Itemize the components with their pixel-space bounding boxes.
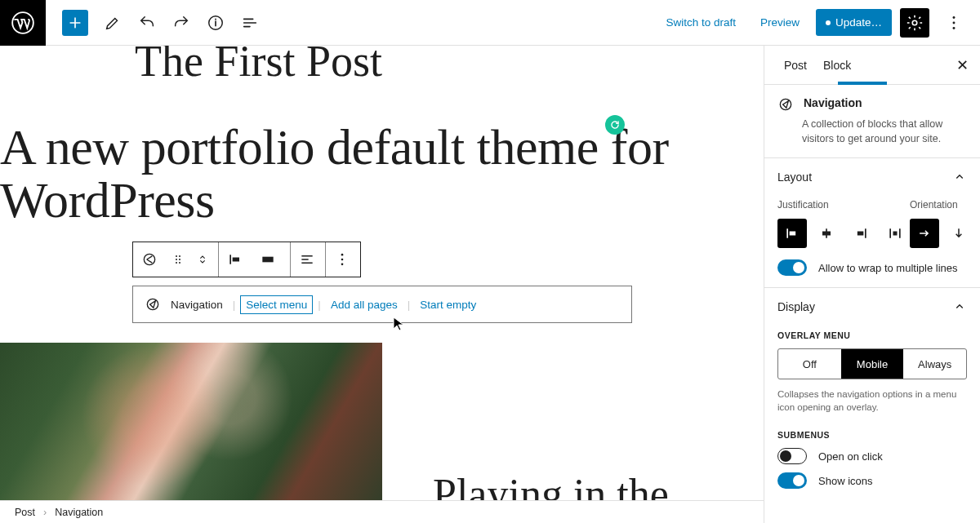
svg-rect-23	[893, 232, 898, 236]
display-panel-toggle[interactable]: Display	[777, 299, 967, 314]
svg-point-10	[179, 259, 180, 260]
grammarly-icon[interactable]	[605, 115, 625, 135]
preview-button[interactable]: Preview	[752, 10, 808, 35]
layout-panel-toggle[interactable]: Layout	[777, 170, 967, 184]
block-description: A collection of blocks that allow visito…	[777, 117, 967, 146]
chevron-up-icon	[952, 299, 967, 314]
svg-point-8	[179, 255, 180, 257]
svg-point-16	[341, 259, 344, 261]
update-button[interactable]: Update…	[816, 9, 892, 36]
overlay-help: Collapses the navigation options in a me…	[777, 388, 967, 414]
justify-button[interactable]	[291, 242, 323, 277]
drag-handle[interactable]	[166, 242, 190, 277]
justify-center-button[interactable]	[812, 219, 841, 248]
submenus-label: Submenus	[777, 430, 967, 440]
svg-rect-13	[233, 258, 239, 262]
nav-block-label: Navigation	[171, 299, 223, 311]
overlay-off-button[interactable]: Off	[778, 349, 841, 379]
open-on-click-toggle[interactable]	[777, 448, 807, 464]
svg-point-18	[147, 299, 158, 310]
details-button[interactable]	[199, 7, 232, 39]
block-type-button[interactable]	[133, 242, 166, 277]
justify-right-button[interactable]	[846, 219, 875, 248]
block-title: Navigation	[804, 96, 862, 113]
orientation-horizontal-button[interactable]	[910, 219, 939, 248]
width-button[interactable]	[252, 242, 284, 277]
compass-icon	[145, 296, 161, 312]
justification-label: Justification	[777, 199, 910, 211]
show-icons-label: Show icons	[818, 475, 872, 487]
svg-rect-21	[822, 232, 831, 236]
start-empty-button[interactable]: Start empty	[420, 299, 476, 311]
editor-canvas[interactable]: The First Post A new portfolio default t…	[0, 46, 764, 523]
svg-point-19	[780, 99, 791, 109]
svg-rect-14	[263, 257, 274, 263]
move-button[interactable]	[190, 242, 215, 277]
block-more-button[interactable]	[326, 242, 359, 277]
breadcrumb-item[interactable]: Navigation	[55, 507, 103, 518]
layout-panel: Layout Justification Orienta	[764, 158, 980, 288]
orientation-vertical-button[interactable]	[944, 219, 973, 248]
align-button[interactable]	[219, 242, 252, 277]
svg-point-11	[176, 262, 177, 264]
overlay-menu-label: Overlay Menu	[777, 330, 967, 340]
cursor-icon	[393, 317, 404, 331]
svg-point-7	[176, 255, 177, 257]
image-block[interactable]	[0, 343, 382, 523]
wrap-toggle[interactable]	[777, 259, 807, 276]
breadcrumb-item[interactable]: Post	[15, 507, 35, 518]
svg-rect-20	[790, 232, 796, 236]
switch-to-draft-button[interactable]: Switch to draft	[657, 10, 744, 35]
navigation-block[interactable]: Navigation | Select menu | Add all pages…	[132, 286, 632, 323]
chevron-right-icon: ›	[43, 507, 47, 518]
add-all-pages-button[interactable]: Add all pages	[331, 299, 398, 311]
justify-space-button[interactable]	[880, 219, 910, 248]
open-on-click-label: Open on click	[818, 450, 883, 463]
orientation-label: Orientation	[910, 199, 973, 211]
breadcrumb: Post › Navigation	[0, 500, 764, 523]
post-title[interactable]: The First Post	[0, 46, 764, 93]
wordpress-logo[interactable]	[0, 0, 46, 46]
wrap-label: Allow to wrap to multiple lines	[818, 262, 958, 274]
svg-point-3	[953, 16, 956, 19]
more-options-button[interactable]	[938, 7, 970, 39]
tab-post[interactable]: Post	[776, 47, 815, 83]
settings-button[interactable]	[900, 8, 929, 38]
svg-point-9	[176, 259, 177, 260]
overlay-menu-segment: Off Mobile Always	[777, 348, 967, 379]
svg-point-4	[953, 21, 956, 24]
compass-icon	[777, 96, 794, 113]
heading-block[interactable]: A new portfolio default theme for WordPr…	[0, 93, 764, 227]
unsaved-dot-icon	[826, 20, 831, 25]
close-sidebar-button[interactable]: ✕	[951, 51, 973, 79]
chevron-up-icon	[952, 170, 967, 184]
svg-rect-22	[858, 232, 864, 236]
overlay-always-button[interactable]: Always	[903, 349, 966, 379]
svg-point-15	[341, 254, 344, 256]
tab-block[interactable]: Block	[815, 47, 859, 83]
redo-button[interactable]	[165, 7, 198, 39]
svg-point-6	[144, 255, 154, 265]
settings-sidebar: Post Block ✕ Navigation A collection of …	[764, 46, 980, 523]
justify-left-button[interactable]	[777, 219, 807, 248]
block-info-panel: Navigation A collection of blocks that a…	[764, 85, 980, 158]
update-label: Update…	[835, 16, 882, 29]
top-toolbar: Switch to draft Preview Update…	[0, 0, 980, 46]
svg-point-5	[953, 26, 956, 29]
add-block-button[interactable]	[62, 10, 88, 36]
block-toolbar	[132, 242, 361, 277]
select-menu-button[interactable]: Select menu	[240, 295, 313, 314]
svg-point-2	[912, 20, 917, 25]
show-icons-toggle[interactable]	[777, 472, 807, 489]
svg-point-12	[179, 262, 180, 264]
undo-button[interactable]	[131, 7, 163, 39]
list-view-button[interactable]	[234, 7, 266, 39]
edit-mode-button[interactable]	[96, 7, 129, 39]
display-panel: Display Overlay Menu Off Mobile Always C…	[764, 288, 980, 500]
overlay-mobile-button[interactable]: Mobile	[841, 349, 904, 379]
svg-point-17	[341, 264, 344, 266]
